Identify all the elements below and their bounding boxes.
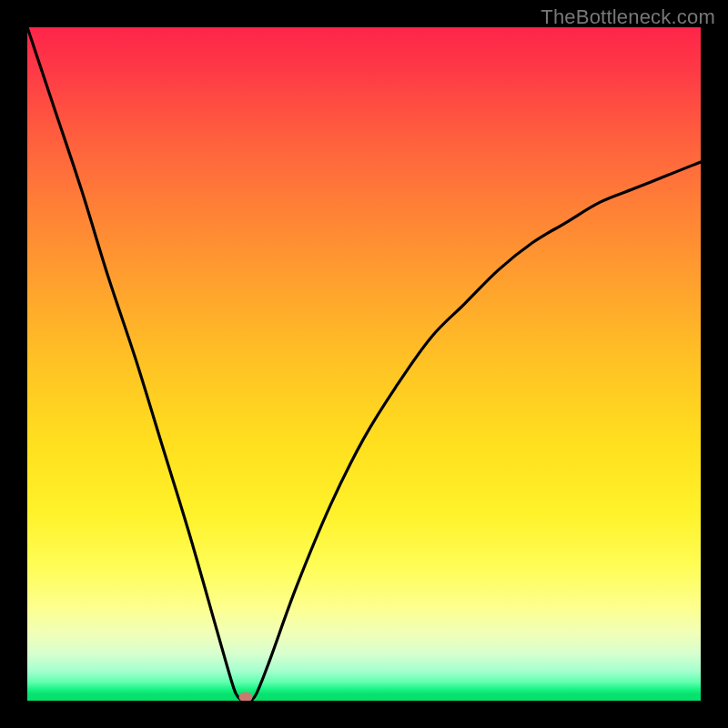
plot-area [27, 27, 701, 701]
minimum-marker [238, 693, 252, 701]
watermark-text: TheBottleneck.com [541, 5, 715, 29]
chart-frame: TheBottleneck.com [0, 0, 728, 728]
bottleneck-curve [27, 27, 701, 701]
